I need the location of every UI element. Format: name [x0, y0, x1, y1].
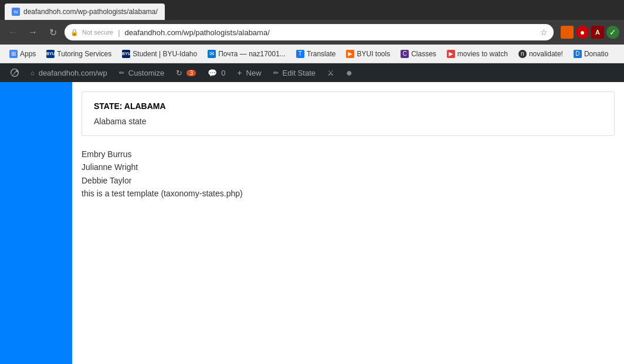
wp-dot-item[interactable]: ●: [340, 63, 358, 82]
bookmark-byui-tools-label: BYUI tools: [357, 50, 390, 58]
bookmark-apps-label: Apps: [20, 50, 36, 58]
bookmark-donation[interactable]: D Donatio: [569, 47, 613, 60]
template-note: this is a test template (taxonomy-states…: [82, 187, 615, 200]
comments-count: 0: [221, 69, 225, 77]
bookmark-translate[interactable]: T Translate: [291, 47, 341, 60]
bookmark-byui-tools[interactable]: ▶ BYUI tools: [341, 47, 395, 60]
bookmark-tutoring[interactable]: BYU Tutoring Services: [42, 47, 116, 60]
name-3: Debbie Taylor: [82, 174, 615, 187]
novalidate-icon: n: [518, 50, 527, 58]
bookmark-novalidate-label: novalidate!: [529, 50, 563, 58]
edit-state-label: Edit State: [283, 69, 316, 77]
wp-customize[interactable]: ✏ Customize: [113, 63, 170, 82]
wp-edit-state[interactable]: ✏ Edit State: [267, 63, 321, 82]
movies-icon: ▶: [447, 50, 455, 58]
bookmark-outlook[interactable]: ✉ Почта — naz17001...: [203, 47, 290, 60]
new-label: New: [246, 69, 262, 77]
state-title: STATE: ALABAMA: [94, 101, 602, 111]
bookmark-translate-label: Translate: [307, 50, 336, 58]
state-description: Alabama state: [94, 117, 602, 126]
left-sidebar: [0, 82, 72, 364]
wp-logo-icon: [11, 69, 19, 77]
dot-icon: ●: [346, 67, 352, 79]
bookmarks-bar: ⊞ Apps BYU Tutoring Services BYU Student…: [0, 45, 624, 63]
tab-favicon: W: [12, 8, 20, 16]
wp-site-name[interactable]: ⌂ deafandhoh.com/wp: [25, 63, 113, 82]
bookmark-donation-label: Donatio: [584, 50, 608, 58]
state-box: STATE: ALABAMA Alabama state: [82, 91, 615, 136]
donation-icon: D: [574, 50, 582, 58]
extension-acrobat[interactable]: A: [591, 26, 604, 39]
customize-icon: ✏: [119, 69, 124, 77]
forward-button[interactable]: →: [25, 24, 41, 40]
wp-new[interactable]: + New: [231, 63, 267, 82]
address-bar-row: ← → ↻ 🔒 Not secure | deafandhoh.com/wp/p…: [0, 20, 624, 45]
customize-label: Customize: [128, 69, 164, 77]
bookmark-classes[interactable]: C Classes: [396, 47, 441, 60]
main-content: STATE: ALABAMA Alabama state Embry Burru…: [72, 82, 624, 364]
active-tab[interactable]: W deafandhoh.com/wp-pathologists/alabama…: [5, 4, 165, 20]
bookmark-star-icon[interactable]: ☆: [540, 28, 548, 37]
classes-icon: C: [401, 50, 409, 58]
back-button[interactable]: ←: [5, 24, 21, 40]
security-icon: 🔒: [70, 29, 79, 36]
tutoring-icon: BYU: [46, 50, 55, 58]
separator: |: [118, 28, 120, 37]
address-bar[interactable]: 🔒 Not secure | deafandhoh.com/wp/patholo…: [65, 24, 554, 40]
content-list: Embry Burrus Julianne Wright Debbie Tayl…: [82, 148, 615, 200]
sword-icon: ⚔: [327, 69, 334, 77]
edit-icon: ✏: [273, 69, 279, 77]
bookmark-novalidate[interactable]: n novalidate!: [514, 47, 568, 60]
name-1: Embry Burrus: [82, 148, 615, 161]
content-area: STATE: ALABAMA Alabama state Embry Burru…: [0, 82, 624, 364]
wp-logo-item[interactable]: [5, 63, 25, 82]
apps-icon: ⊞: [9, 50, 18, 58]
byui-icon: BYU: [122, 50, 130, 58]
extension-orange[interactable]: [561, 26, 574, 39]
extensions-area: ● A ✓: [561, 26, 619, 39]
tab-title: deafandhoh.com/wp-pathologists/alabama/: [23, 8, 158, 16]
bookmark-apps[interactable]: ⊞ Apps: [5, 47, 40, 60]
wp-sword-icon-item[interactable]: ⚔: [321, 63, 340, 82]
tab-bar: W deafandhoh.com/wp-pathologists/alabama…: [0, 0, 624, 20]
updates-badge: 3: [186, 70, 196, 76]
bookmark-movies-label: movies to watch: [457, 50, 508, 58]
updater-icon: ↻: [176, 69, 182, 77]
bookmark-byui[interactable]: BYU Student | BYU-Idaho: [117, 47, 202, 60]
translate-icon: T: [296, 50, 304, 58]
extension-green[interactable]: ✓: [606, 26, 619, 39]
outlook-icon: ✉: [208, 50, 216, 58]
not-secure-label: Not secure: [82, 29, 113, 36]
url-text: deafandhoh.com/wp/pathologists/alabama/: [125, 28, 537, 37]
wp-comments[interactable]: 💬 0: [202, 63, 231, 82]
bookmark-movies[interactable]: ▶ movies to watch: [442, 47, 513, 60]
wp-admin-bar: ⌂ deafandhoh.com/wp ✏ Customize ↻ 3 💬 0 …: [0, 63, 624, 82]
bookmark-tutoring-label: Tutoring Services: [57, 50, 111, 58]
house-icon: ⌂: [30, 69, 35, 76]
wp-comments-updater[interactable]: ↻ 3: [170, 63, 202, 82]
bookmark-byui-label: Student | BYU-Idaho: [133, 50, 197, 58]
extension-red[interactable]: ●: [576, 26, 589, 39]
site-name-label: deafandhoh.com/wp: [39, 69, 107, 77]
byui-tools-icon: ▶: [346, 50, 354, 58]
comments-icon: 💬: [208, 69, 217, 77]
bookmark-classes-label: Classes: [411, 50, 436, 58]
bookmark-outlook-label: Почта — naz17001...: [218, 50, 286, 58]
name-2: Julianne Wright: [82, 161, 615, 174]
plus-icon: +: [237, 68, 242, 77]
reload-button[interactable]: ↻: [45, 24, 61, 40]
